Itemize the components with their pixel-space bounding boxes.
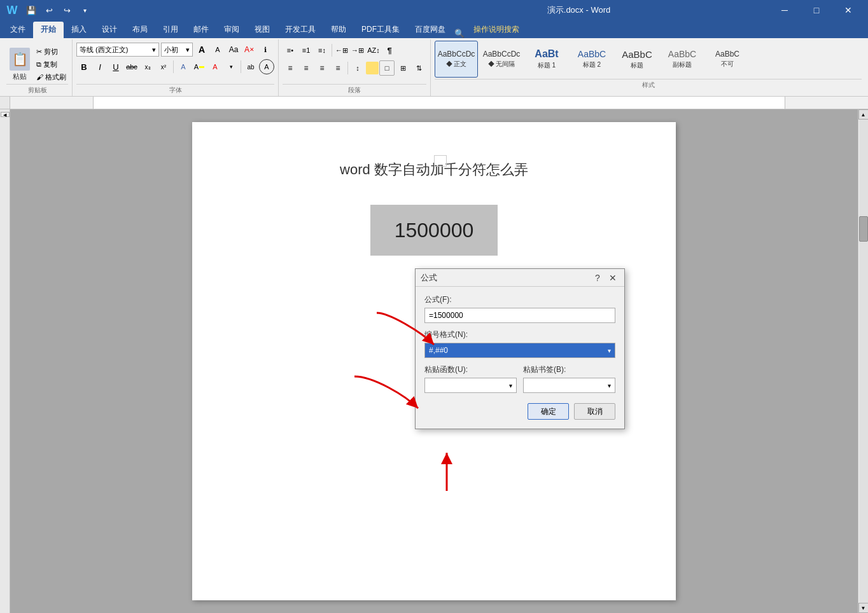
text-direction-button[interactable]: ⇅ (411, 60, 426, 76)
font-options-button[interactable]: ℹ (258, 43, 272, 57)
para-border-button[interactable]: □ (379, 60, 395, 76)
dialog-close-button[interactable]: ✕ (606, 272, 619, 284)
separator-2 (241, 60, 241, 73)
paste-bookmark-select[interactable]: ▾ (523, 378, 615, 393)
font-size-select[interactable]: 小初 ▾ (161, 43, 193, 57)
arrow-3 (415, 446, 479, 497)
document-area: ◀ word 数字自动加千分符怎么弄 1500000 公式 ? (0, 109, 868, 613)
ruler-h-inner (93, 97, 785, 109)
clear-format-button[interactable]: A ✕ (242, 43, 256, 57)
clipboard-label: 剪贴板 (6, 84, 68, 95)
numbering-button[interactable]: ≡1 (298, 43, 314, 58)
style-subtitle[interactable]: AaBbC 副标题 (661, 41, 704, 78)
underline-button[interactable]: U (108, 59, 123, 74)
font-color-icon: A (213, 63, 217, 71)
font-name-value: 等线 (西文正文) (80, 45, 128, 55)
font-color-button[interactable]: A (207, 59, 223, 74)
sort-button[interactable]: AZ↕ (366, 43, 381, 58)
cancel-button[interactable]: 取消 (574, 403, 615, 420)
decrease-indent-button[interactable]: ←⊞ (334, 43, 349, 58)
text-effects-button[interactable]: A (176, 59, 191, 74)
strikethrough-button[interactable]: abc (124, 59, 139, 74)
encircle-button[interactable]: A (259, 59, 274, 74)
number-format-label: 编号格式(N): (424, 329, 615, 340)
minimize-button[interactable]: ─ (770, 0, 799, 20)
tab-review[interactable]: 审阅 (216, 22, 247, 38)
superscript-button[interactable]: x² (156, 59, 171, 74)
dialog-titlebar[interactable]: 公式 ? ✕ (416, 269, 624, 287)
ok-button[interactable]: 确定 (528, 403, 569, 420)
justify-button[interactable]: ≡ (330, 60, 346, 76)
dialog-help-button[interactable]: ? (591, 272, 604, 284)
tab-reference[interactable]: 引用 (155, 22, 186, 38)
bold-button[interactable]: B (76, 59, 92, 74)
cjk-grid-button[interactable]: ⊞ (395, 60, 410, 76)
align-right-button[interactable]: ≡ (314, 60, 330, 76)
paste-button[interactable]: 📋 粘贴 (6, 46, 33, 83)
tab-baidu[interactable]: 百度网盘 (407, 22, 453, 38)
style-heading1[interactable]: AaBt 标题 1 (525, 41, 568, 78)
save-button[interactable]: 💾 (24, 3, 38, 17)
tab-home[interactable]: 开始 (33, 22, 64, 38)
style-heading2[interactable]: AaBbC 标题 2 (570, 41, 613, 78)
formula-dialog[interactable]: 公式 ? ✕ 公式(F): =1500000 (415, 268, 625, 429)
line-spacing-button[interactable]: ↕ (350, 60, 365, 76)
tab-design[interactable]: 设计 (94, 22, 125, 38)
tab-devtools[interactable]: 开发工具 (277, 22, 323, 38)
paste-bookmark-label: 粘贴书签(B): (523, 364, 615, 375)
scroll-thumb[interactable] (859, 216, 868, 242)
word-icon[interactable]: W (5, 3, 19, 17)
undo-button[interactable]: ↩ (42, 3, 56, 17)
tab-mail[interactable]: 邮件 (186, 22, 216, 38)
tab-pdf[interactable]: PDF工具集 (354, 22, 407, 38)
change-case-button[interactable]: Aa (227, 43, 241, 57)
scroll-up-button[interactable]: ▲ (858, 109, 869, 120)
copy-label: 复制 (43, 60, 57, 69)
number-format-select[interactable]: #,##0 ▾ (424, 343, 615, 358)
doc-page-container[interactable]: word 数字自动加千分符怎么弄 1500000 公式 ? ✕ (10, 109, 858, 613)
style-no-spacing[interactable]: AaBbCcDc ◆ 无间隔 (480, 41, 523, 78)
maximize-button[interactable]: □ (802, 0, 831, 20)
style-normal[interactable]: AaBbCcDc ◆ 正文 (435, 41, 478, 78)
font-group: 等线 (西文正文) ▾ 小初 ▾ A A Aa A ✕ ℹ B I U (73, 39, 279, 96)
copy-button[interactable]: ⧉ 复制 (34, 59, 68, 70)
ruler-toggle[interactable]: ◀ (1, 112, 10, 117)
close-button[interactable]: ✕ (834, 0, 863, 20)
style-title[interactable]: AaBbC 标题 (615, 41, 659, 78)
paragraph-controls: ≡• ≡1 ≡↕ ←⊞ →⊞ AZ↕ ¶ ≡ ≡ ≡ ≡ ↕ □ ⊞ ⇅ (283, 41, 426, 83)
scroll-down-button[interactable]: ▼ (858, 603, 869, 613)
vertical-scrollbar[interactable]: ▲ ▼ (858, 109, 868, 613)
style-heading1-preview: AaBt (535, 48, 558, 60)
redo-button[interactable]: ↪ (60, 3, 74, 17)
multilevel-button[interactable]: ≡↕ (314, 43, 330, 58)
paste-function-select[interactable]: ▾ (424, 378, 517, 393)
tab-insert[interactable]: 插入 (64, 22, 94, 38)
tab-view[interactable]: 视图 (247, 22, 277, 38)
phonetic-button[interactable]: ab (243, 59, 258, 74)
font-color-dropdown[interactable]: ▾ (223, 59, 239, 74)
tab-action-search[interactable]: 操作说明搜索 (466, 22, 527, 38)
italic-button[interactable]: I (92, 59, 108, 74)
format-paint-button[interactable]: 🖌 格式刷 (34, 71, 68, 83)
para-bg-button[interactable] (366, 62, 379, 74)
highlight-color-button[interactable]: A (192, 59, 207, 74)
tab-layout[interactable]: 布局 (125, 22, 155, 38)
font-shrink-button[interactable]: A (211, 43, 225, 57)
font-name-select[interactable]: 等线 (西文正文) ▾ (76, 43, 159, 57)
tab-file[interactable]: 文件 (3, 22, 33, 38)
align-left-button[interactable]: ≡ (283, 60, 298, 76)
customize-quick-access-button[interactable]: ▾ (78, 3, 92, 17)
tab-help[interactable]: 帮助 (323, 22, 354, 38)
increase-indent-button[interactable]: →⊞ (350, 43, 365, 58)
font-grow-button[interactable]: A (195, 43, 209, 57)
style-emphasis[interactable]: AaBbC 不可 (706, 41, 749, 78)
show-marks-button[interactable]: ¶ (382, 43, 397, 58)
number-box: 1500000 (370, 205, 498, 256)
cut-button[interactable]: ✂ 剪切 (34, 46, 68, 57)
formula-input[interactable]: =1500000 (424, 308, 615, 323)
style-title-preview: AaBbC (622, 49, 652, 60)
subscript-button[interactable]: x₂ (140, 59, 155, 74)
scroll-track[interactable] (859, 120, 868, 603)
align-center-button[interactable]: ≡ (298, 60, 314, 76)
bullets-button[interactable]: ≡• (283, 43, 298, 58)
